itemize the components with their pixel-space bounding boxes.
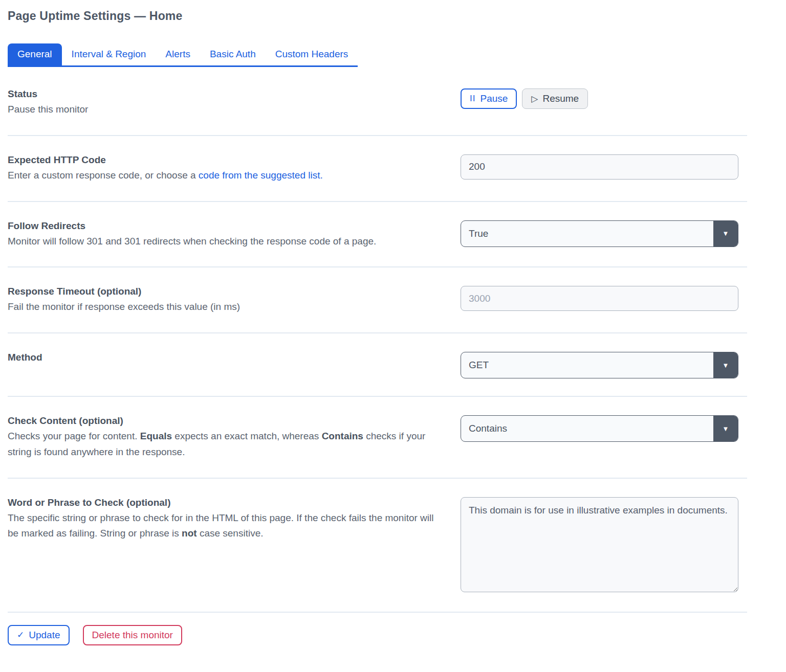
play-icon: ▷ xyxy=(531,94,538,104)
update-button-label: Update xyxy=(29,630,60,641)
tab-alerts[interactable]: Alerts xyxy=(156,43,200,65)
update-button[interactable]: ✓ Update xyxy=(8,625,70,645)
response-timeout-input[interactable] xyxy=(461,286,738,311)
expected-http-code-input[interactable] xyxy=(461,154,738,180)
resume-button-label: Resume xyxy=(542,93,579,104)
word-phrase-label: Word or Phrase to Check (optional) xyxy=(8,497,440,508)
tab-basic-auth[interactable]: Basic Auth xyxy=(200,43,266,65)
pause-button[interactable]: II Pause xyxy=(461,88,517,109)
expected-http-code-description: Enter a custom response code, or choose … xyxy=(8,168,440,184)
word-phrase-row: Word or Phrase to Check (optional) The s… xyxy=(8,478,747,612)
follow-redirects-description: Monitor will follow 301 and 301 redirect… xyxy=(8,234,440,250)
pause-button-label: Pause xyxy=(480,93,508,104)
tab-interval-region[interactable]: Interval & Region xyxy=(62,43,156,65)
check-content-select[interactable]: Contains ▼ xyxy=(461,415,738,442)
check-content-row: Check Content (optional) Checks your pag… xyxy=(8,396,747,478)
method-select[interactable]: GET ▼ xyxy=(461,352,738,378)
chevron-down-icon: ▼ xyxy=(713,416,738,441)
expected-http-code-row: Expected HTTP Code Enter a custom respon… xyxy=(8,135,747,201)
check-content-description: Checks your page for content. Equals exp… xyxy=(8,429,440,460)
method-row: Method GET ▼ xyxy=(8,332,747,396)
footer-actions: ✓ Update Delete this monitor xyxy=(8,612,747,656)
status-label: Status xyxy=(8,88,440,100)
delete-button-label: Delete this monitor xyxy=(92,630,173,641)
status-description: Pause this monitor xyxy=(8,102,440,118)
word-phrase-textarea[interactable]: This domain is for use in illustrative e… xyxy=(461,497,738,592)
check-content-selected-value: Contains xyxy=(461,416,713,441)
word-phrase-description: The specific string or phrase to check f… xyxy=(8,510,440,542)
method-label: Method xyxy=(8,352,440,363)
general-settings-form: Status Pause this monitor II Pause ▷ Res… xyxy=(8,70,747,612)
settings-tabbar: General Interval & Region Alerts Basic A… xyxy=(8,43,358,67)
response-timeout-label: Response Timeout (optional) xyxy=(8,286,440,297)
response-timeout-row: Response Timeout (optional) Fail the mon… xyxy=(8,266,747,332)
follow-redirects-selected-value: True xyxy=(461,221,713,247)
delete-monitor-button[interactable]: Delete this monitor xyxy=(83,625,182,645)
settings-page: Page Uptime Settings — Home General Inte… xyxy=(0,0,747,656)
suggested-codes-link[interactable]: code from the suggested list. xyxy=(199,170,323,181)
pause-icon: II xyxy=(470,94,475,104)
resume-button[interactable]: ▷ Resume xyxy=(522,88,588,109)
follow-redirects-select[interactable]: True ▼ xyxy=(461,220,738,247)
method-selected-value: GET xyxy=(461,352,713,378)
follow-redirects-row: Follow Redirects Monitor will follow 301… xyxy=(8,201,747,267)
status-row: Status Pause this monitor II Pause ▷ Res… xyxy=(8,70,747,135)
page-title: Page Uptime Settings — Home xyxy=(8,9,747,23)
tab-custom-headers[interactable]: Custom Headers xyxy=(266,43,358,65)
response-timeout-description: Fail the monitor if response exceeds thi… xyxy=(8,299,440,315)
chevron-down-icon: ▼ xyxy=(713,352,738,378)
tab-general[interactable]: General xyxy=(8,43,62,65)
check-content-label: Check Content (optional) xyxy=(8,415,440,427)
check-icon: ✓ xyxy=(17,630,24,640)
follow-redirects-label: Follow Redirects xyxy=(8,220,440,232)
chevron-down-icon: ▼ xyxy=(713,221,738,247)
expected-http-code-label: Expected HTTP Code xyxy=(8,154,440,166)
